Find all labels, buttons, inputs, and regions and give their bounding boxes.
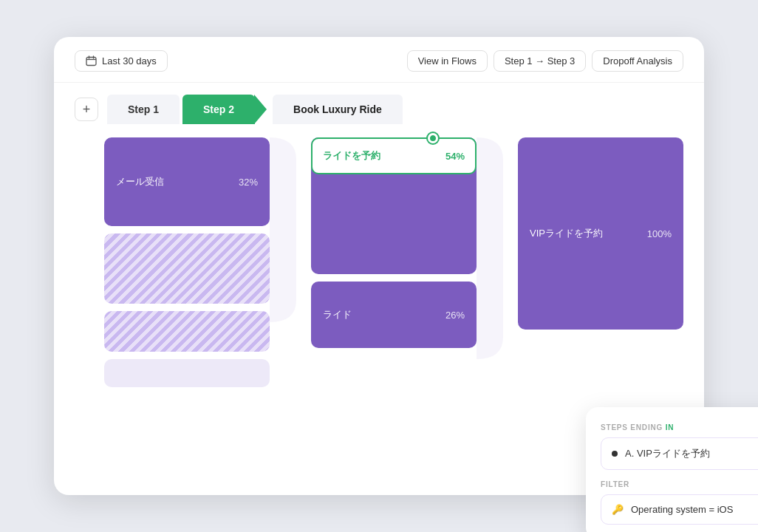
funnel-col3: VIPライドを予約 100%	[518, 137, 683, 330]
col1-bar1-pct: 32%	[239, 177, 258, 188]
date-range-button[interactable]: Last 30 days	[75, 50, 168, 72]
main-card: Last 30 days View in Flows Step 1 → Step…	[54, 37, 704, 495]
col2-bar2: ライド 26%	[311, 282, 477, 348]
col2-bar1-label: ライドを予約	[323, 149, 380, 163]
panel-section1-label: STEPS ENDING IN	[601, 423, 758, 432]
add-step-button[interactable]: +	[75, 98, 98, 121]
funnel-col1: メール受信 32%	[104, 137, 270, 387]
panel-item1[interactable]: A. VIPライドを予約	[601, 437, 758, 470]
filter-icon: 🔑	[612, 504, 624, 515]
col1-bar4-light	[104, 359, 270, 387]
col3-bar1-label: VIPライドを予約	[530, 227, 603, 240]
col2-bar2-pct: 26%	[445, 310, 465, 321]
step2-tab[interactable]: Step 2	[182, 95, 255, 124]
col2-to-col3-connector	[477, 137, 503, 359]
step3-tab[interactable]: Book Luxury Ride	[273, 95, 403, 124]
col1-bar1: メール受信 32%	[104, 137, 270, 226]
panel-section2-label: FILTER	[601, 480, 758, 488]
panel-filter-item[interactable]: 🔑 Operating system = iOS	[601, 494, 758, 525]
calendar-icon	[86, 55, 97, 66]
green-indicator-dot	[428, 133, 438, 143]
dropoff-analysis-button[interactable]: Dropoff Analysis	[592, 50, 683, 72]
svg-rect-0	[86, 58, 96, 66]
top-actions: View in Flows Step 1 → Step 3 Dropoff An…	[407, 50, 683, 72]
top-bar: Last 30 days View in Flows Step 1 → Step…	[54, 37, 704, 83]
steps-header: + Step 1 Step 2 Book Luxury Ride	[54, 83, 704, 124]
step1-tab[interactable]: Step 1	[107, 95, 180, 124]
panel-item1-label: A. VIPライドを予約	[625, 447, 710, 460]
col2-highlight-wrap: ライドを予約 54%	[311, 137, 477, 274]
date-range-label: Last 30 days	[102, 55, 157, 66]
step-range-button[interactable]: Step 1 → Step 3	[494, 50, 586, 72]
col2-bar2-label: ライド	[323, 308, 352, 321]
col2-highlight-card: ライドを予約 54%	[311, 137, 477, 174]
filter-label: Operating system = iOS	[631, 504, 733, 515]
col1-bar1-label: メール受信	[116, 175, 164, 188]
col3-bar1-pct: 100%	[647, 228, 672, 239]
col1-bar2-stripe	[104, 233, 270, 304]
panel-dot-icon	[612, 451, 618, 457]
col1-to-col2-connector	[270, 137, 296, 322]
funnel-col2: ライドを予約 54% ライド 26%	[311, 137, 477, 348]
col2-bar1-pct: 54%	[445, 151, 465, 162]
col1-bar3-stripe	[104, 311, 270, 352]
col3-bar1: VIPライドを予約 100%	[518, 137, 683, 330]
side-panel: STEPS ENDING IN A. VIPライドを予約 FILTER 🔑 Op…	[586, 407, 758, 532]
view-in-flows-button[interactable]: View in Flows	[407, 50, 488, 72]
plus-icon: +	[83, 102, 91, 117]
